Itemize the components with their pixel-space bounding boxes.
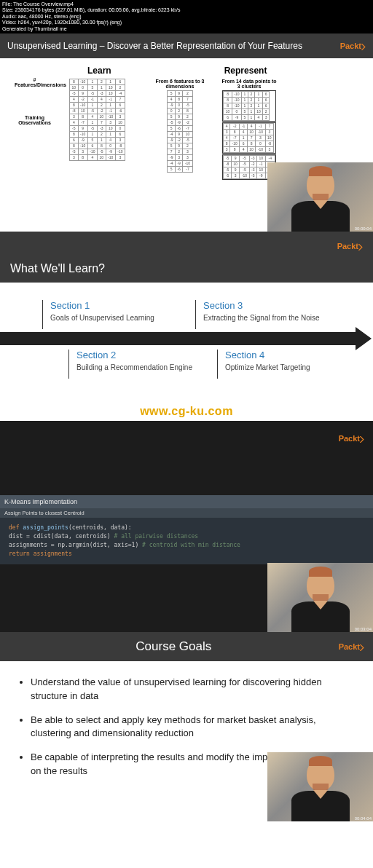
learn-table: 8-10121610051102-59-5-310-44-2-14-178-10… [69,79,125,161]
learn-label: Learn [87,66,111,76]
meta-video: Video: h264, yuv420p, 1920x1080, 30.00 f… [2,20,371,25]
packt-logo: Packt [339,434,364,443]
timeline-arrow [0,332,363,345]
timestamp: 00:04:04 [355,816,372,821]
slide1-header: Unsupervised Learning – Discover a Bette… [0,33,373,58]
goal-item: Be able to select and apply key methods … [31,714,356,741]
section2-title: Section 2 [68,350,207,363]
code-header: K-Means Implementation [0,495,373,508]
presenter-webcam: 00:04:04 [267,752,373,821]
slide-3: Packt K-Means Implementation Assign Poin… [0,421,373,632]
represent-label: Represent [224,66,267,76]
slide4-title: Course Goals [9,639,339,654]
section1-desc: Goals of Unsupervised Learning [42,314,195,329]
section4-title: Section 4 [217,350,356,363]
mid-caption: From 6 features to 3 dimensions [154,79,205,89]
section1-title: Section 1 [42,300,195,314]
presenter-webcam: 00:00:04 [267,162,373,232]
meta-audio: Audio: aac, 48000 Hz, stereo (eng) [2,14,371,20]
video-metadata-overlay: File: The Course Overview.mp4 Size: 2380… [0,0,373,33]
section3-title: Section 3 [195,300,348,314]
presenter-webcam: 00:03:04 [267,563,373,632]
slide2-heading: What We'll Learn? [10,262,363,275]
packt-logo: Packt [339,642,364,651]
meta-file: File: The Course Overview.mp4 [2,1,371,7]
section3-desc: Extracting the Signal from the Noise [195,314,348,329]
section4-desc: Optimize Market Targeting [217,363,356,379]
packt-logo: Packt [337,242,363,250]
slide2-header: Packt What We'll Learn? [0,232,373,283]
slide1-title: Unsupervised Learning – Discover a Bette… [7,41,302,51]
watermark: www.cg-ku.com [140,405,233,418]
slide-2: Packt What We'll Learn? Section 1 Goals … [0,232,373,421]
slide4-header: Course Goals Packt [0,632,373,661]
features-label: # Features/Dimensions [15,77,55,87]
right-caption: From 14 data points to 3 clusters [220,79,278,89]
slide-4: Course Goals Packt Understand the value … [0,632,373,821]
observations-label: Training Observations [15,115,55,125]
dim-reduce-table: 592487-90-5028592-5-9-25-6-7-4910-9-2-55… [167,90,192,173]
code-subheader: Assign Points to closest Centroid [0,508,373,518]
timestamp: 00:00:04 [355,226,372,231]
slide1-body: Learn Represent # Features/Dimensions Tr… [0,58,373,232]
meta-size: Size: 238034176 bytes (227.01 MiB), dura… [2,7,371,13]
timestamp: 00:03:04 [355,627,372,631]
slide-1: Unsupervised Learning – Discover a Bette… [0,33,373,232]
meta-generator: Generated by Thumbnail me [2,26,371,32]
goal-item: Understand the value of unsupervised lea… [31,676,356,703]
packt-logo: Packt [340,42,366,50]
code-body: def assign_points(centroids, data): dist… [0,518,373,564]
section2-desc: Building a Recommendation Engine [68,363,207,379]
